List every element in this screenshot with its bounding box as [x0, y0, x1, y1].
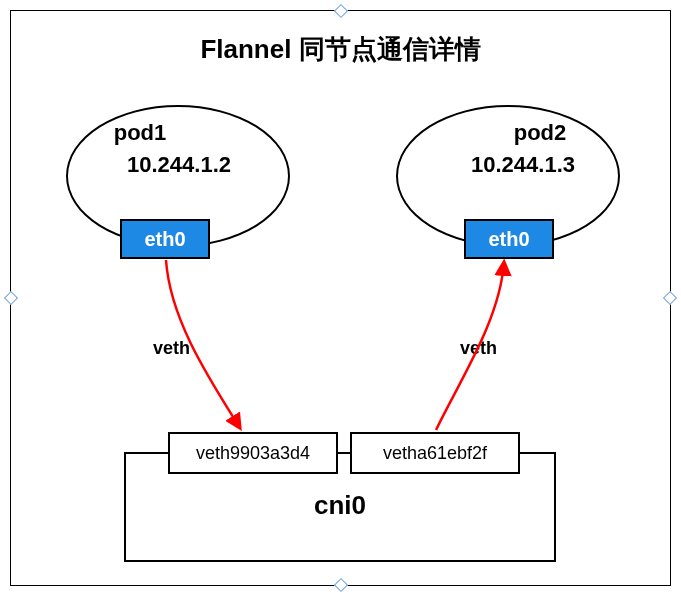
- veth-label-right: veth: [460, 338, 497, 359]
- cni0-label: cni0: [124, 490, 556, 521]
- pod1-name: pod1: [100, 118, 180, 149]
- pod2-ip: 10.244.1.3: [448, 150, 598, 181]
- diagram-title: Flannel 同节点通信详情: [0, 32, 681, 67]
- pod2-name: pod2: [500, 118, 580, 149]
- veth-port-left: veth9903a3d4: [168, 432, 338, 474]
- veth-port-right: vetha61ebf2f: [350, 432, 520, 474]
- pod2-eth0-box: eth0: [464, 219, 554, 259]
- pod1-ip: 10.244.1.2: [104, 150, 254, 181]
- pod1-eth0-box: eth0: [120, 219, 210, 259]
- veth-label-left: veth: [153, 338, 190, 359]
